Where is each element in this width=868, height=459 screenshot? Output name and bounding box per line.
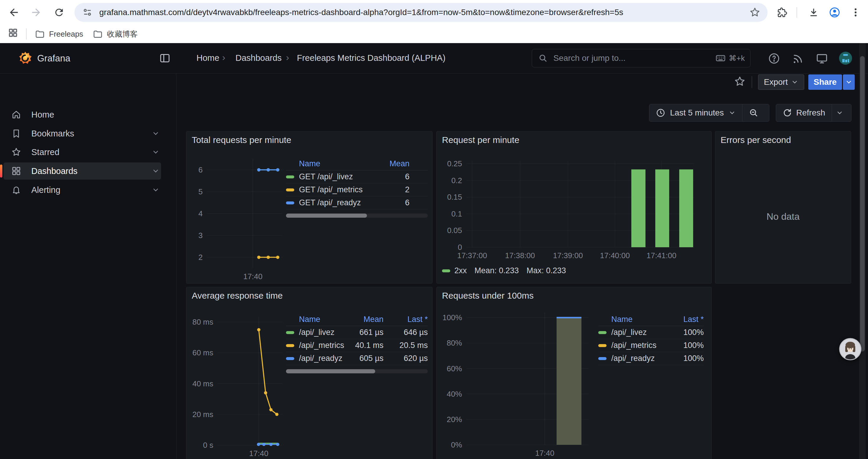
table-row[interactable]: /api/_metrics 100% (598, 339, 704, 352)
share-button[interactable]: Share (808, 74, 842, 90)
panel-requests-under-100ms[interactable]: Requests under 100ms 100%80%60%40%20%0%1… (436, 287, 712, 459)
grafana-logo[interactable] (18, 51, 32, 66)
folder-icon (35, 29, 45, 39)
bookmark-label: 收藏博客 (107, 29, 138, 39)
axis-tick: 80 ms (186, 317, 213, 327)
url-bar[interactable]: grafana.mathmast.com/d/deytv4rwavabkb/fr… (74, 3, 768, 22)
sidebar-item-dashboards[interactable]: Dashboards (4, 162, 161, 179)
table-row[interactable]: /api/_readyz 100% (598, 352, 704, 365)
bookmark-star-icon[interactable] (749, 7, 761, 18)
table-row[interactable]: /api/_readyz 605 µs 620 µs (286, 352, 428, 365)
panel-request-per-minute[interactable]: Request per minute 0.250.20.150.10.05017… (436, 131, 712, 284)
breadcrumb-separator: › (286, 52, 289, 63)
no-data-message: No data (715, 211, 851, 222)
active-indicator (0, 165, 2, 177)
time-range-picker[interactable]: Last 5 minutes (649, 104, 742, 121)
extensions-icon[interactable] (773, 4, 790, 21)
grafana-app: Grafana Home › Dashboards › Freeleaps Me… (0, 43, 868, 459)
panel-avg-response-time[interactable]: Average response time 80 ms60 ms40 ms20 … (186, 287, 433, 459)
search-input[interactable]: Search or jump to... ⌘+k (532, 49, 750, 67)
page-scrollbar[interactable] (859, 43, 866, 459)
export-button[interactable]: Export (758, 74, 804, 90)
refresh-interval-dropdown[interactable] (832, 104, 847, 121)
grafana-header: Grafana Home › Dashboards › Freeleaps Me… (0, 43, 868, 73)
series-color-pill (286, 344, 294, 347)
favorite-star-icon[interactable] (733, 75, 747, 88)
legend-mean: Mean: 0.233 (474, 266, 519, 275)
axis-tick: 0.05 (437, 226, 462, 235)
axis-tick: 0% (437, 440, 462, 450)
legend-header[interactable]: Name Mean Last * (286, 313, 428, 326)
back-button[interactable] (5, 4, 23, 21)
menu-dots-icon[interactable] (847, 4, 864, 21)
download-icon[interactable] (805, 4, 823, 21)
sidebar-item-starred[interactable]: Starred (4, 143, 161, 161)
chart-svg (437, 131, 711, 283)
help-icon[interactable] (767, 52, 781, 65)
table-row[interactable]: GET /api/_livez 6 (286, 170, 428, 184)
axis-tick: 5 (186, 187, 203, 196)
table-row[interactable]: /api/_livez 100% (598, 326, 704, 339)
chevron-down-icon[interactable] (147, 167, 164, 175)
breadcrumb-dashboards[interactable]: Dashboards (236, 53, 282, 63)
search-icon (538, 53, 548, 63)
breadcrumb-home[interactable]: Home (196, 53, 219, 63)
series-color-pill (286, 201, 294, 204)
screen-share-icon[interactable] (815, 52, 829, 65)
axis-tick: 17:40:00 (591, 251, 639, 260)
axis-tick: 0.15 (437, 192, 462, 202)
chevron-down-icon[interactable] (147, 130, 164, 137)
news-rss-icon[interactable] (791, 52, 805, 65)
breadcrumb-separator: › (222, 52, 225, 63)
url-text[interactable]: grafana.mathmast.com/d/deytv4rwavabkb/fr… (99, 8, 742, 17)
sidebar-item-alerting[interactable]: Alerting (4, 182, 161, 198)
share-dropdown-button[interactable] (843, 74, 855, 90)
panel-errors-per-second[interactable]: Errors per second No data (715, 131, 851, 284)
dock-menu-icon[interactable] (158, 52, 172, 65)
series-color-pill (286, 189, 294, 191)
axis-tick: 3 (186, 231, 203, 240)
chevron-down-icon (845, 78, 852, 86)
chevron-down-icon[interactable] (147, 148, 164, 156)
legend-header[interactable]: Name Mean (286, 157, 428, 170)
home-icon (11, 109, 21, 120)
series-color-pill (598, 331, 607, 334)
panel-title: Errors per second (720, 135, 791, 145)
legend-scrollbar[interactable] (286, 369, 428, 373)
refresh-label: Refresh (796, 108, 825, 118)
legend-header[interactable]: Name Last * (598, 313, 704, 326)
breadcrumb-current: Freeleaps Metrics Dashboard (ALPHA) (297, 53, 445, 63)
assistant-avatar[interactable] (839, 338, 862, 360)
table-row[interactable]: /api/_livez 661 µs 646 µs (286, 326, 428, 339)
table-row[interactable]: GET /api/_readyz 6 (286, 196, 428, 209)
forward-button[interactable] (27, 4, 45, 21)
site-settings-icon[interactable] (82, 7, 93, 18)
table-row[interactable]: GET /api/_metrics 2 (286, 184, 428, 196)
user-avatar[interactable] (839, 52, 852, 65)
refresh-icon (783, 108, 792, 118)
bookmark-folder-blogs[interactable]: 收藏博客 (89, 28, 142, 40)
axis-tick: 40% (437, 389, 462, 399)
legend-scrollbar[interactable] (286, 214, 428, 218)
time-range-group: Last 5 minutes (649, 104, 769, 122)
legend-series[interactable]: 2xx (454, 266, 467, 275)
profile-icon[interactable] (826, 4, 843, 21)
reload-button[interactable] (50, 4, 68, 21)
refresh-button[interactable]: Refresh (776, 104, 832, 121)
bookmarks-separator (26, 28, 27, 40)
zoom-out-button[interactable] (742, 104, 765, 121)
table-row[interactable]: /api/_metrics 40.1 ms 20.5 ms (286, 339, 428, 352)
sidebar: Home Bookmarks Starred Dashboards Alerti… (0, 73, 176, 459)
sidebar-item-bookmarks[interactable]: Bookmarks (4, 125, 161, 142)
panel-total-requests[interactable]: Total requests per minute 6543217:40 Nam… (186, 131, 433, 284)
time-range-label: Last 5 minutes (670, 108, 724, 118)
sidebar-item-home[interactable]: Home (4, 106, 161, 123)
bookmark-folder-freeleaps[interactable]: Freeleaps (31, 28, 88, 40)
series-color-pill (286, 175, 294, 178)
apps-grid-icon[interactable] (4, 24, 22, 42)
scrollbar-thumb[interactable] (860, 56, 865, 352)
bell-icon (11, 185, 21, 195)
axis-tick: 20% (437, 415, 462, 424)
bookmark-icon (11, 129, 21, 138)
chevron-down-icon[interactable] (147, 186, 164, 194)
